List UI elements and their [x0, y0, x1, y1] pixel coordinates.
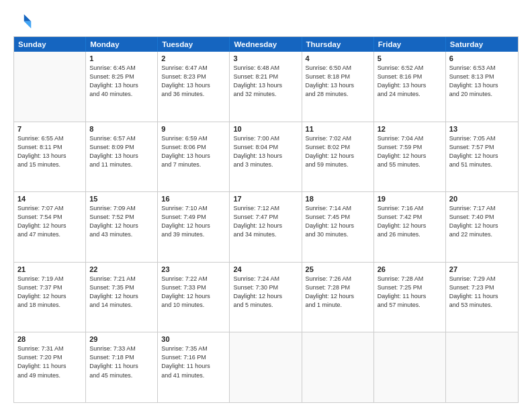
day-info: Sunrise: 7:00 AM Sunset: 8:04 PM Dayligh… [233, 134, 298, 169]
calendar-cell: 9Sunrise: 6:59 AM Sunset: 8:06 PM Daylig… [158, 122, 230, 192]
day-number: 30 [161, 335, 226, 343]
day-info: Sunrise: 7:28 AM Sunset: 7:25 PM Dayligh… [378, 275, 442, 310]
day-number: 10 [233, 125, 298, 133]
calendar-cell: 28Sunrise: 7:31 AM Sunset: 7:20 PM Dayli… [14, 332, 86, 402]
day-number: 22 [89, 265, 154, 273]
logo [13, 11, 35, 30]
weekday-header-thursday: Thursday [302, 37, 374, 52]
day-number: 13 [449, 125, 515, 133]
day-number: 8 [89, 125, 154, 133]
calendar-row-0: 1Sunrise: 6:45 AM Sunset: 8:25 PM Daylig… [14, 52, 518, 122]
day-info: Sunrise: 7:35 AM Sunset: 7:16 PM Dayligh… [161, 345, 226, 379]
header [13, 11, 519, 30]
calendar-cell: 7Sunrise: 6:55 AM Sunset: 8:11 PM Daylig… [14, 122, 86, 192]
day-number: 18 [306, 195, 370, 203]
weekday-header-sunday: Sunday [14, 37, 86, 52]
calendar-cell: 27Sunrise: 7:29 AM Sunset: 7:23 PM Dayli… [446, 263, 518, 332]
day-info: Sunrise: 6:52 AM Sunset: 8:16 PM Dayligh… [378, 64, 442, 99]
weekday-header-wednesday: Wednesday [230, 37, 302, 52]
calendar-cell: 4Sunrise: 6:50 AM Sunset: 8:18 PM Daylig… [302, 52, 374, 122]
day-number: 24 [233, 265, 298, 273]
calendar-row-4: 28Sunrise: 7:31 AM Sunset: 7:20 PM Dayli… [14, 332, 518, 402]
calendar-header: SundayMondayTuesdayWednesdayThursdayFrid… [14, 37, 518, 52]
calendar-cell: 15Sunrise: 7:09 AM Sunset: 7:52 PM Dayli… [86, 192, 158, 262]
calendar-cell: 23Sunrise: 7:22 AM Sunset: 7:33 PM Dayli… [158, 263, 230, 332]
day-info: Sunrise: 6:45 AM Sunset: 8:25 PM Dayligh… [89, 64, 154, 99]
day-number: 29 [89, 335, 154, 343]
day-number: 21 [17, 265, 82, 273]
calendar-cell: 12Sunrise: 7:04 AM Sunset: 7:59 PM Dayli… [374, 122, 446, 192]
calendar-cell [230, 332, 302, 402]
day-number: 23 [161, 265, 226, 273]
calendar-cell [446, 332, 518, 402]
calendar-cell: 26Sunrise: 7:28 AM Sunset: 7:25 PM Dayli… [374, 263, 446, 332]
calendar-cell: 5Sunrise: 6:52 AM Sunset: 8:16 PM Daylig… [374, 52, 446, 122]
calendar-cell: 19Sunrise: 7:16 AM Sunset: 7:42 PM Dayli… [374, 192, 446, 262]
calendar-cell: 20Sunrise: 7:17 AM Sunset: 7:40 PM Dayli… [446, 192, 518, 262]
calendar-cell: 24Sunrise: 7:24 AM Sunset: 7:30 PM Dayli… [230, 263, 302, 332]
calendar-cell: 29Sunrise: 7:33 AM Sunset: 7:18 PM Dayli… [86, 332, 158, 402]
calendar-cell: 2Sunrise: 6:47 AM Sunset: 8:23 PM Daylig… [158, 52, 230, 122]
day-number: 2 [161, 54, 226, 62]
day-info: Sunrise: 7:09 AM Sunset: 7:52 PM Dayligh… [89, 204, 154, 239]
day-number: 27 [449, 265, 515, 273]
day-info: Sunrise: 6:55 AM Sunset: 8:11 PM Dayligh… [17, 134, 82, 169]
calendar-cell: 22Sunrise: 7:21 AM Sunset: 7:35 PM Dayli… [86, 263, 158, 332]
page: SundayMondayTuesdayWednesdayThursdayFrid… [0, 0, 532, 411]
day-number: 17 [233, 195, 298, 203]
day-info: Sunrise: 6:47 AM Sunset: 8:23 PM Dayligh… [161, 64, 226, 99]
calendar-cell: 25Sunrise: 7:26 AM Sunset: 7:28 PM Dayli… [302, 263, 374, 332]
calendar: SundayMondayTuesdayWednesdayThursdayFrid… [13, 36, 519, 403]
day-info: Sunrise: 7:05 AM Sunset: 7:57 PM Dayligh… [449, 134, 515, 169]
day-number: 12 [378, 125, 442, 133]
calendar-cell: 17Sunrise: 7:12 AM Sunset: 7:47 PM Dayli… [230, 192, 302, 262]
day-number: 4 [306, 54, 370, 62]
day-info: Sunrise: 7:14 AM Sunset: 7:45 PM Dayligh… [306, 204, 370, 239]
day-number: 3 [233, 54, 298, 62]
day-info: Sunrise: 7:07 AM Sunset: 7:54 PM Dayligh… [17, 204, 82, 239]
calendar-cell: 16Sunrise: 7:10 AM Sunset: 7:49 PM Dayli… [158, 192, 230, 262]
day-number: 5 [378, 54, 442, 62]
day-info: Sunrise: 6:50 AM Sunset: 8:18 PM Dayligh… [306, 64, 370, 99]
day-number: 6 [449, 54, 515, 62]
weekday-header-monday: Monday [86, 37, 158, 52]
day-number: 11 [306, 125, 370, 133]
day-info: Sunrise: 7:29 AM Sunset: 7:23 PM Dayligh… [449, 275, 515, 310]
day-number: 9 [161, 125, 226, 133]
day-info: Sunrise: 7:33 AM Sunset: 7:18 PM Dayligh… [89, 345, 154, 379]
logo-icon [13, 11, 32, 30]
day-number: 19 [378, 195, 442, 203]
day-info: Sunrise: 7:02 AM Sunset: 8:02 PM Dayligh… [306, 134, 370, 169]
calendar-row-3: 21Sunrise: 7:19 AM Sunset: 7:37 PM Dayli… [14, 262, 518, 332]
calendar-cell: 14Sunrise: 7:07 AM Sunset: 7:54 PM Dayli… [14, 192, 86, 262]
day-number: 14 [17, 195, 82, 203]
day-info: Sunrise: 6:48 AM Sunset: 8:21 PM Dayligh… [233, 64, 298, 99]
calendar-row-1: 7Sunrise: 6:55 AM Sunset: 8:11 PM Daylig… [14, 122, 518, 192]
calendar-cell: 13Sunrise: 7:05 AM Sunset: 7:57 PM Dayli… [446, 122, 518, 192]
calendar-cell: 6Sunrise: 6:53 AM Sunset: 8:13 PM Daylig… [446, 52, 518, 122]
calendar-row-2: 14Sunrise: 7:07 AM Sunset: 7:54 PM Dayli… [14, 191, 518, 262]
day-number: 1 [89, 54, 154, 62]
day-info: Sunrise: 6:57 AM Sunset: 8:09 PM Dayligh… [89, 134, 154, 169]
day-number: 28 [17, 335, 82, 343]
calendar-body: 1Sunrise: 6:45 AM Sunset: 8:25 PM Daylig… [14, 52, 518, 402]
day-number: 15 [89, 195, 154, 203]
day-info: Sunrise: 7:19 AM Sunset: 7:37 PM Dayligh… [17, 275, 82, 310]
calendar-cell: 8Sunrise: 6:57 AM Sunset: 8:09 PM Daylig… [86, 122, 158, 192]
day-number: 26 [378, 265, 442, 273]
weekday-header-friday: Friday [374, 37, 446, 52]
day-info: Sunrise: 7:17 AM Sunset: 7:40 PM Dayligh… [449, 204, 515, 239]
day-info: Sunrise: 7:26 AM Sunset: 7:28 PM Dayligh… [306, 275, 370, 310]
day-info: Sunrise: 7:22 AM Sunset: 7:33 PM Dayligh… [161, 275, 226, 310]
calendar-cell: 11Sunrise: 7:02 AM Sunset: 8:02 PM Dayli… [302, 122, 374, 192]
day-info: Sunrise: 7:10 AM Sunset: 7:49 PM Dayligh… [161, 204, 226, 239]
calendar-cell: 21Sunrise: 7:19 AM Sunset: 7:37 PM Dayli… [14, 263, 86, 332]
calendar-cell: 18Sunrise: 7:14 AM Sunset: 7:45 PM Dayli… [302, 192, 374, 262]
weekday-header-tuesday: Tuesday [158, 37, 230, 52]
calendar-cell: 30Sunrise: 7:35 AM Sunset: 7:16 PM Dayli… [158, 332, 230, 402]
day-info: Sunrise: 7:04 AM Sunset: 7:59 PM Dayligh… [378, 134, 442, 169]
calendar-cell: 1Sunrise: 6:45 AM Sunset: 8:25 PM Daylig… [86, 52, 158, 122]
calendar-cell [14, 52, 86, 122]
day-info: Sunrise: 7:24 AM Sunset: 7:30 PM Dayligh… [233, 275, 298, 310]
calendar-cell: 3Sunrise: 6:48 AM Sunset: 8:21 PM Daylig… [230, 52, 302, 122]
